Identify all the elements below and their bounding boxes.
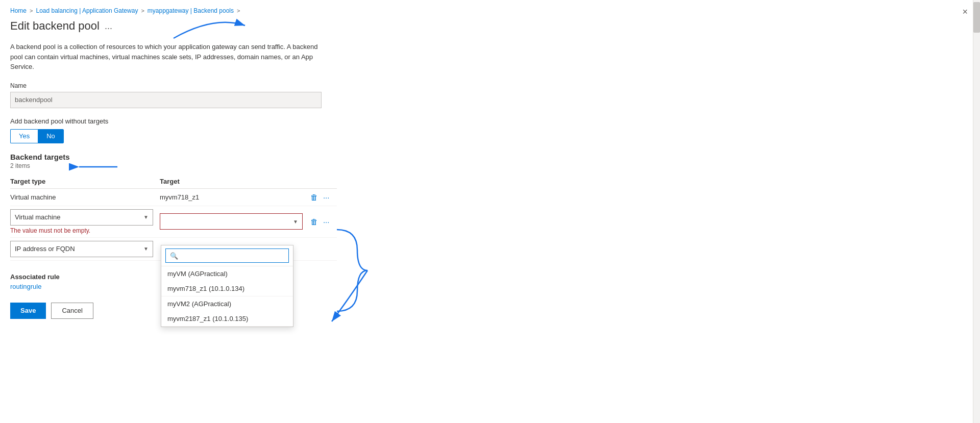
type-dropdown[interactable]: Virtual machine ▼ (10, 209, 153, 226)
delete-icon-new[interactable]: 🗑 (309, 216, 319, 227)
cancel-button[interactable]: Cancel (51, 303, 93, 319)
name-field-group: Name (10, 82, 347, 108)
new-row-actions: 🗑 ··· (309, 216, 332, 227)
section-title: Backend targets (10, 153, 347, 161)
breadcrumb-lb[interactable]: Load balancing | Application Gateway (36, 7, 138, 14)
target-dropdown-popup: myVM (AGPractical) myvm718_z1 (10.1.0.13… (161, 245, 293, 327)
dropdown-item-2[interactable]: myvm718_z1 (10.1.0.134) (161, 281, 293, 296)
table-row-static: Virtual machine myvm718_z1 🗑 ··· (10, 188, 337, 206)
dropdown-item-group-2: myVM2 (AGPractical) myvm2187_z1 (10.1.0.… (161, 296, 293, 327)
toggle-label: Add backend pool without targets (10, 117, 347, 125)
more-icon-new[interactable]: ··· (322, 216, 331, 227)
static-row-actions: 🗑 ··· (309, 192, 332, 203)
dropdown-search-container (161, 245, 293, 266)
static-target: myvm718_z1 (160, 188, 309, 206)
name-input[interactable] (10, 92, 322, 108)
dropdown-item-3[interactable]: myVM2 (AGPractical) (161, 296, 293, 311)
ip-dropdown-value: IP address or FQDN (15, 245, 75, 253)
dropdown-item-4[interactable]: myvm2187_z1 (10.1.0.135) (161, 311, 293, 326)
dropdown-item-1[interactable]: myVM (AGPractical) (161, 266, 293, 281)
ip-dropdown[interactable]: IP address or FQDN ▼ (10, 241, 153, 257)
save-button[interactable]: Save (10, 303, 46, 319)
col-header-target: Target (160, 175, 309, 189)
toggle-no-button[interactable]: No (38, 129, 64, 143)
breadcrumb-sep-3: > (237, 8, 240, 14)
col-header-actions (309, 175, 337, 189)
close-button[interactable]: × (962, 7, 968, 16)
new-row-type-cell: Virtual machine ▼ The value must not be … (10, 206, 160, 237)
name-label: Name (10, 82, 347, 89)
dropdown-item-group-1: myVM (AGPractical) myvm718_z1 (10.1.0.13… (161, 266, 293, 296)
page-description: A backend pool is a collection of resour… (10, 42, 327, 72)
delete-icon-static[interactable]: 🗑 (309, 192, 319, 203)
page-title: Edit backend pool (10, 19, 100, 33)
breadcrumb: Home > Load balancing | Application Gate… (10, 0, 347, 19)
scrollbar-thumb[interactable] (973, 2, 980, 33)
more-icon-static[interactable]: ··· (322, 192, 331, 203)
page-title-ellipsis[interactable]: ... (105, 21, 112, 32)
breadcrumb-home[interactable]: Home (10, 7, 27, 14)
breadcrumb-sep-1: > (30, 8, 33, 14)
toggle-field-group: Add backend pool without targets Yes No (10, 117, 347, 143)
scrollbar[interactable] (973, 0, 980, 423)
ip-dropdown-chevron: ▼ (143, 246, 149, 252)
backend-targets-section: Backend targets 2 items Target type Targ… (10, 153, 347, 261)
toggle-group: Yes No (10, 129, 347, 143)
search-wrap (165, 248, 289, 263)
new-row-target-cell: ▼ (160, 206, 309, 237)
associated-rule-link[interactable]: routingrule (10, 283, 41, 290)
items-count: 2 items (10, 162, 347, 169)
target-dropdown-chevron: ▼ (293, 219, 298, 225)
target-dropdown[interactable]: ▼ (160, 213, 303, 230)
dropdown-search-input[interactable] (165, 248, 289, 263)
page-title-row: Edit backend pool ... (10, 19, 347, 33)
table-header-row: Target type Target (10, 175, 337, 189)
type-dropdown-chevron: ▼ (143, 214, 149, 220)
toggle-yes-button[interactable]: Yes (10, 129, 38, 143)
table-row-new: Virtual machine ▼ The value must not be … (10, 206, 337, 237)
type-dropdown-value: Virtual machine (15, 213, 60, 221)
error-message: The value must not be empty. (10, 227, 155, 234)
breadcrumb-sep-2: > (141, 8, 144, 14)
static-target-type: Virtual machine (10, 188, 160, 206)
col-header-target-type: Target type (10, 175, 160, 189)
breadcrumb-pools[interactable]: myappgateway | Backend pools (148, 7, 234, 14)
